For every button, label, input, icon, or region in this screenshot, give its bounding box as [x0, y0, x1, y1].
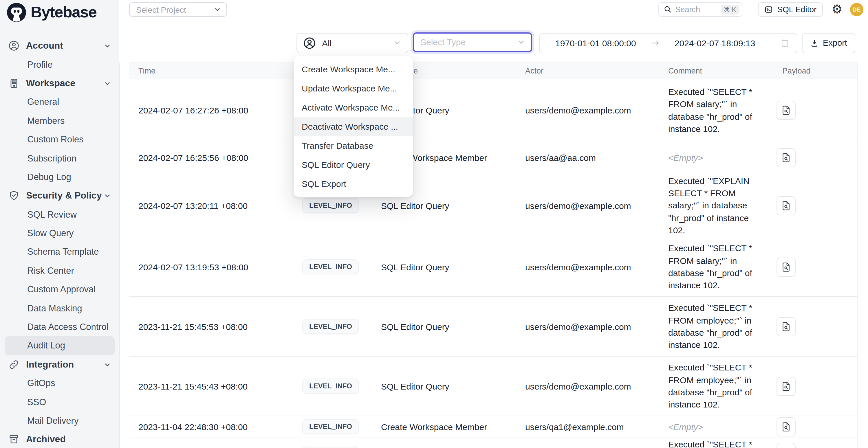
menu-option-update-workspace-member[interactable]: Update Workspace Me...	[293, 79, 413, 98]
sidebar-item-custom-roles[interactable]: Custom Roles	[0, 130, 119, 149]
chevron-down-icon	[104, 42, 111, 50]
gear-icon[interactable]: ⚙	[832, 3, 842, 15]
table-row: 2023-11-04 22:48:30 +08:00 LEVEL_INFO Cr…	[129, 416, 857, 438]
top-right-cluster: Search ⌘ K SQL Editor ⚙ DE	[658, 2, 863, 17]
export-button[interactable]: Export	[802, 33, 855, 53]
level-badge: LEVEL_INFO	[303, 198, 359, 213]
project-select[interactable]: Select Project	[129, 2, 227, 17]
sidebar-item-profile[interactable]: Profile	[0, 55, 119, 74]
payload-view-button[interactable]	[776, 257, 796, 277]
column-header-time: Time	[138, 66, 303, 75]
sidebar-item-schema-template[interactable]: Schema Template	[0, 243, 119, 262]
file-search-icon	[781, 447, 792, 448]
payload-view-button[interactable]	[776, 101, 796, 120]
sidebar-item-integration[interactable]: Integration	[0, 355, 119, 374]
chevron-down-icon	[214, 6, 221, 13]
audit-log-table: Time Audit Level Audit Type Actor Commen…	[129, 62, 858, 448]
menu-option-sql-editor-query[interactable]: SQL Editor Query	[293, 155, 413, 174]
sidebar-item-workspace[interactable]: Workspace	[0, 74, 119, 93]
menu-option-activate-workspace-member[interactable]: Activate Workspace Me...	[293, 98, 413, 117]
date-range-picker[interactable]: 1970-01-01 08:00:00 → 2024-02-07 18:09:1…	[539, 33, 797, 53]
search-shortcut-badge: ⌘ K	[721, 5, 739, 14]
date-from-value: 1970-01-01 08:00:00	[555, 38, 636, 48]
sidebar-item-sso[interactable]: SSO	[0, 393, 119, 412]
top-bar: Select Project Search ⌘ K SQL Editor ⚙ D…	[119, 0, 868, 19]
table-row: 2024-02-07 16:25:56 +08:00 LEVEL_INFO Cr…	[129, 142, 857, 174]
calendar-icon	[780, 38, 790, 48]
level-badge: LEVEL_INFO	[303, 320, 359, 333]
link-icon	[8, 359, 20, 371]
chevron-down-icon	[393, 39, 401, 47]
payload-view-button[interactable]	[776, 377, 796, 395]
payload-view-button[interactable]	[776, 317, 796, 336]
chevron-down-icon	[517, 38, 525, 46]
filter-bar: All Select Type 1970-01-01 08:00:00 → 20…	[119, 18, 868, 62]
payload-view-button[interactable]	[776, 417, 796, 437]
sql-editor-button[interactable]: SQL Editor	[758, 2, 823, 17]
sidebar: Bytebase Account Profile	[0, 0, 120, 448]
sidebar-nav: Account Profile Workspace General Member…	[0, 36, 119, 448]
search-input[interactable]: Search ⌘ K	[658, 2, 742, 17]
file-search-icon	[781, 381, 792, 391]
table-row: 2024-02-07 13:19:53 +08:00 LEVEL_INFO SQ…	[129, 237, 857, 297]
file-search-icon	[781, 421, 792, 433]
sidebar-item-data-access-control[interactable]: Data Access Control	[0, 318, 119, 337]
shield-check-icon	[8, 190, 20, 202]
column-header-payload: Payload	[775, 66, 857, 75]
sidebar-item-slow-query[interactable]: Slow Query	[0, 224, 119, 243]
sidebar-item-sql-review[interactable]: SQL Review	[0, 205, 119, 224]
download-icon	[810, 39, 819, 47]
screen: Bytebase Account Profile	[0, 0, 868, 448]
table-row: 2024-02-07 16:27:26 +08:00 LEVEL_INFO SQ…	[129, 79, 857, 142]
payload-view-button[interactable]	[776, 196, 796, 215]
table-row: 2024-02-07 13:20:11 +08:00 LEVEL_INFO SQ…	[129, 174, 857, 237]
person-circle-icon	[8, 40, 20, 52]
column-header-actor: Actor	[525, 66, 668, 75]
sidebar-item-mail-delivery[interactable]: Mail Delivery	[0, 412, 119, 430]
menu-option-deactivate-workspace-member[interactable]: Deactivate Workspace ...	[293, 117, 413, 136]
sidebar-item-debug-log[interactable]: Debug Log	[0, 167, 119, 186]
terminal-icon	[764, 5, 773, 14]
menu-option-create-workspace-member[interactable]: Create Workspace Me...	[293, 60, 413, 79]
sidebar-item-custom-approval[interactable]: Custom Approval	[0, 280, 119, 299]
menu-option-transfer-database[interactable]: Transfer Database	[293, 136, 413, 155]
actor-filter-select[interactable]: All	[297, 33, 408, 53]
sidebar-item-members[interactable]: Members	[0, 111, 119, 130]
arrow-right-icon: →	[652, 38, 659, 48]
payload-view-button[interactable]	[776, 443, 796, 448]
level-badge: LEVEL_INFO	[303, 379, 359, 393]
level-badge: LEVEL_INFO	[303, 260, 359, 274]
file-search-icon	[781, 153, 792, 163]
search-icon	[663, 5, 672, 13]
sidebar-item-gitops[interactable]: GitOps	[0, 374, 119, 393]
sidebar-item-archived[interactable]: Archived	[0, 430, 119, 448]
file-search-icon	[781, 105, 792, 116]
payload-view-button[interactable]	[776, 149, 796, 167]
bytebase-logo-icon	[7, 3, 26, 22]
file-search-icon	[781, 200, 792, 211]
actor-filter-value: All	[322, 38, 332, 48]
sidebar-item-general[interactable]: General	[0, 93, 119, 111]
table-row: 2023-11-21 15:45:43 +08:00 LEVEL_INFO SQ…	[129, 357, 857, 416]
column-header-comment: Comment	[668, 66, 775, 75]
sidebar-item-account[interactable]: Account	[0, 36, 119, 55]
building-icon	[8, 77, 20, 89]
chevron-down-icon	[104, 192, 111, 200]
sidebar-item-risk-center[interactable]: Risk Center	[0, 261, 119, 280]
type-filter-select[interactable]: Select Type	[413, 32, 532, 52]
sidebar-item-audit-log[interactable]: Audit Log	[5, 337, 115, 355]
sidebar-item-security-policy[interactable]: Security & Policy	[0, 186, 119, 205]
table-row: 2023-11-04 21:26:24 +08:00 LEVEL_INFO SQ…	[129, 438, 857, 448]
avatar[interactable]: DE	[850, 3, 863, 16]
table-header: Time Audit Level Audit Type Actor Commen…	[129, 62, 857, 79]
type-filter-menu: Create Workspace Me... Update Workspace …	[293, 56, 413, 197]
bytebase-logo[interactable]: Bytebase	[7, 3, 96, 22]
sidebar-item-subscription[interactable]: Subscription	[0, 149, 119, 168]
level-badge: LEVEL_INFO	[303, 446, 359, 448]
date-to-value: 2024-02-07 18:09:13	[675, 38, 755, 48]
chevron-down-icon	[104, 361, 111, 369]
menu-option-sql-export[interactable]: SQL Export	[293, 174, 413, 193]
sidebar-item-data-masking[interactable]: Data Masking	[0, 299, 119, 318]
file-search-icon	[781, 321, 792, 332]
level-badge: LEVEL_INFO	[303, 420, 359, 434]
